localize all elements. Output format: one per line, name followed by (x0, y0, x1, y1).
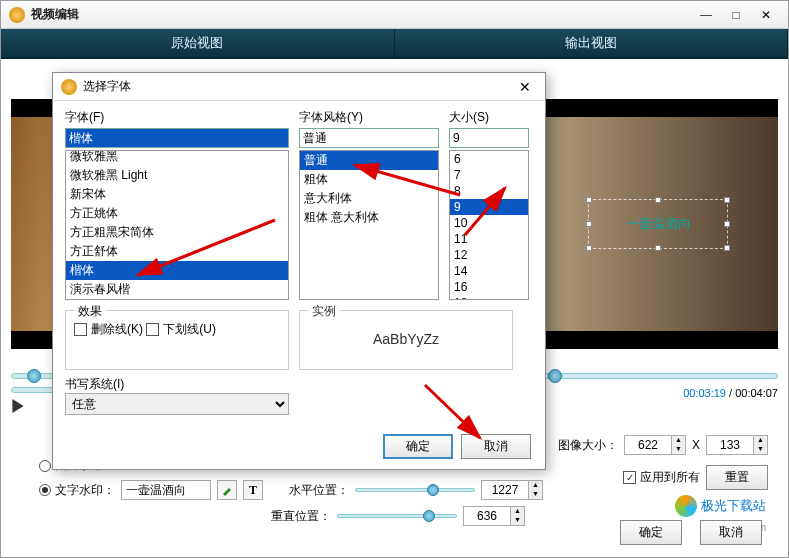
list-item[interactable]: 7 (450, 167, 528, 183)
apply-all-checkbox[interactable]: ✓应用到所有 (623, 469, 700, 486)
list-item[interactable]: 意大利体 (300, 189, 438, 208)
image-size-label: 图像大小： (558, 437, 618, 454)
title-bar: 视频编辑 — □ ✕ (1, 1, 788, 29)
list-item[interactable]: 方正姚体 (66, 204, 288, 223)
strikeout-checkbox[interactable]: 删除线(K) (74, 321, 143, 338)
minimize-button[interactable]: — (692, 6, 720, 24)
dialog-icon (61, 79, 77, 95)
underline-checkbox[interactable]: 下划线(U) (146, 321, 216, 338)
main-cancel-button[interactable]: 取消 (700, 520, 762, 545)
watermark-text-input[interactable] (121, 480, 211, 500)
style-value-input[interactable] (299, 128, 439, 148)
list-item[interactable]: 微软雅黑 Light (66, 166, 288, 185)
site-logo: 极光下载站 (675, 495, 766, 517)
window-title: 视频编辑 (31, 6, 690, 23)
font-listbox[interactable]: 幼圆庞门正道真贵楷体微软雅黑微软雅黑 Light新宋体方正姚体方正粗黑宋简体方正… (65, 150, 289, 300)
sample-text: AaBbYyZz (373, 331, 439, 347)
list-item[interactable]: 9 (450, 199, 528, 215)
sample-fieldset: 实例 AaBbYyZz (299, 310, 513, 370)
dialog-title-bar: 选择字体 ✕ (53, 73, 545, 101)
writing-system-label: 书写系统(I) (65, 376, 289, 393)
font-label: 字体(F) (65, 109, 289, 126)
vpos-slider[interactable] (337, 514, 457, 518)
reset-button[interactable]: 重置 (706, 465, 768, 490)
list-item[interactable]: 方正舒体 (66, 242, 288, 261)
close-button[interactable]: ✕ (752, 6, 780, 24)
style-listbox[interactable]: 普通粗体意大利体粗体 意大利体 (299, 150, 439, 300)
list-item[interactable]: 16 (450, 279, 528, 295)
list-item[interactable]: 14 (450, 263, 528, 279)
font-picker-button[interactable]: T (243, 480, 263, 500)
hpos-label: 水平位置： (289, 482, 349, 499)
main-ok-button[interactable]: 确定 (620, 520, 682, 545)
svg-marker-0 (12, 399, 23, 413)
font-value-input[interactable] (65, 128, 289, 148)
hpos-spinner[interactable]: ▲▼ (481, 480, 543, 500)
size-label: 大小(S) (449, 109, 529, 126)
time-display: 00:03:19 / 00:04:07 (683, 387, 778, 399)
image-width-spinner[interactable]: ▲▼ (624, 435, 686, 455)
effects-fieldset: 效果 删除线(K) 下划线(U) (65, 310, 289, 370)
list-item[interactable]: 方正粗黑宋简体 (66, 223, 288, 242)
list-item[interactable]: 粗体 (300, 170, 438, 189)
dialog-close-button[interactable]: ✕ (513, 79, 537, 95)
list-item[interactable]: 18 (450, 295, 528, 300)
vpos-label: 重直位置： (271, 508, 331, 525)
size-value-input[interactable] (449, 128, 529, 148)
list-item[interactable]: 新宋体 (66, 185, 288, 204)
vpos-spinner[interactable]: ▲▼ (463, 506, 525, 526)
dialog-cancel-button[interactable]: 取消 (461, 434, 531, 459)
list-item[interactable]: 6 (450, 151, 528, 167)
font-dialog: 选择字体 ✕ 字体(F) 幼圆庞门正道真贵楷体微软雅黑微软雅黑 Light新宋体… (52, 72, 546, 470)
maximize-button[interactable]: □ (722, 6, 750, 24)
image-height-spinner[interactable]: ▲▼ (706, 435, 768, 455)
app-icon (9, 7, 25, 23)
list-item[interactable]: 普通 (300, 151, 438, 170)
tab-original-view[interactable]: 原始视图 (1, 29, 395, 57)
size-listbox[interactable]: 6789101112141618 (449, 150, 529, 300)
list-item[interactable]: 12 (450, 247, 528, 263)
dialog-ok-button[interactable]: 确定 (383, 434, 453, 459)
list-item[interactable]: 8 (450, 183, 528, 199)
watermark-text-preview: 一壶温酒向 (626, 215, 691, 233)
list-item[interactable]: 微软雅黑 (66, 150, 288, 166)
hpos-slider[interactable] (355, 488, 475, 492)
writing-system-select[interactable]: 任意 (65, 393, 289, 415)
dialog-title: 选择字体 (83, 78, 513, 95)
radio-text-watermark[interactable]: 文字水印： (39, 482, 115, 499)
tab-output-view[interactable]: 输出视图 (395, 29, 789, 57)
watermark-bounding-box[interactable]: 一壶温酒向 (588, 199, 728, 249)
style-label: 字体风格(Y) (299, 109, 439, 126)
list-item[interactable]: 楷体 (66, 261, 288, 280)
list-item[interactable]: 10 (450, 215, 528, 231)
color-picker-button[interactable] (217, 480, 237, 500)
list-item[interactable]: 11 (450, 231, 528, 247)
view-tabs: 原始视图 输出视图 (1, 29, 788, 59)
play-button[interactable] (11, 399, 31, 419)
list-item[interactable]: 演示春风楷 (66, 280, 288, 299)
list-item[interactable]: 粗体 意大利体 (300, 208, 438, 227)
